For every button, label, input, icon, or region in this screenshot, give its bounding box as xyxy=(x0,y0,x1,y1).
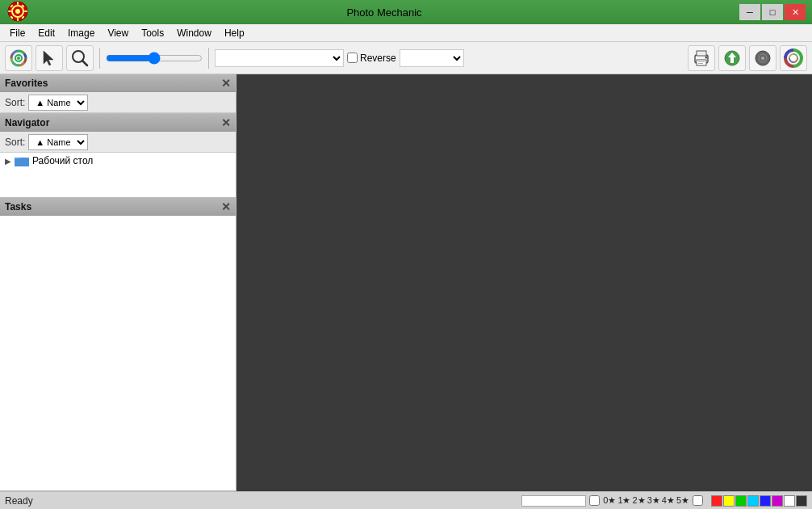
zoom-slider[interactable] xyxy=(106,52,203,65)
favorites-header: Favorites ✕ xyxy=(0,74,236,92)
swatch-cyan[interactable] xyxy=(747,495,759,507)
navigator-close-button[interactable]: ✕ xyxy=(221,117,231,128)
svg-rect-4 xyxy=(17,18,19,21)
navigator-content: ▶ Рабочий стол xyxy=(0,153,236,197)
slider-area xyxy=(106,52,203,65)
rating-1[interactable]: 1★ xyxy=(617,495,630,506)
svg-point-2 xyxy=(15,9,20,14)
menu-tools[interactable]: Tools xyxy=(135,26,170,40)
rating-5[interactable]: 5★ xyxy=(676,495,689,506)
menu-edit[interactable]: Edit xyxy=(31,26,61,40)
left-panel: Favorites ✕ Sort: ▲ Name ▼ Name Date Siz… xyxy=(0,74,236,491)
rating-area: 0★ 1★ 2★ 3★ 4★ 5★ xyxy=(603,495,689,506)
menu-window[interactable]: Window xyxy=(170,26,218,40)
svg-point-26 xyxy=(705,56,708,58)
navigator-title: Navigator xyxy=(5,117,49,128)
navigator-sort-label: Sort: xyxy=(5,137,25,148)
filter-dropdown[interactable] xyxy=(215,49,344,67)
tasks-section: Tasks ✕ xyxy=(0,198,236,491)
cursor-tool-button[interactable] xyxy=(36,45,63,71)
status-ready-text: Ready xyxy=(5,495,33,507)
tasks-title: Tasks xyxy=(5,201,31,212)
rating-0[interactable]: 0★ xyxy=(603,495,616,506)
progress-bar xyxy=(521,495,586,507)
favorites-sort-dropdown[interactable]: ▲ Name ▼ Name Date Size xyxy=(28,95,88,111)
maximize-button[interactable]: □ xyxy=(762,4,783,20)
minimize-button[interactable]: ─ xyxy=(739,4,760,20)
rating-filter-checkbox[interactable] xyxy=(589,495,600,506)
color-wheel-button[interactable] xyxy=(780,45,807,71)
reverse-checkbox[interactable] xyxy=(347,53,358,63)
svg-rect-16 xyxy=(10,57,13,58)
svg-rect-35 xyxy=(15,159,29,166)
menu-view[interactable]: View xyxy=(101,26,135,40)
navigator-item-label: Рабочий стол xyxy=(32,155,93,166)
title-bar: Photo Mechanic ─ □ ✕ xyxy=(0,0,812,24)
color-filter-checkbox[interactable] xyxy=(693,495,703,506)
menu-help[interactable]: Help xyxy=(218,26,251,40)
svg-rect-17 xyxy=(25,57,27,58)
folder-icon xyxy=(15,155,29,166)
main-content xyxy=(236,74,812,491)
rating-2[interactable]: 2★ xyxy=(633,495,646,506)
rating-3[interactable]: 3★ xyxy=(647,495,660,506)
svg-rect-15 xyxy=(19,64,19,66)
tasks-content xyxy=(0,216,236,490)
favorites-close-button[interactable]: ✕ xyxy=(221,78,231,89)
swatch-green[interactable] xyxy=(735,495,747,507)
menu-bar: File Edit Image View Tools Window Help xyxy=(0,24,812,42)
swatch-yellow[interactable] xyxy=(723,495,735,507)
swatch-white[interactable] xyxy=(784,495,795,507)
swatch-red[interactable] xyxy=(711,495,722,507)
svg-point-13 xyxy=(17,57,20,60)
view-dropdown[interactable] xyxy=(400,49,464,67)
favorites-sort-bar: Sort: ▲ Name ▼ Name Date Size xyxy=(0,92,236,113)
svg-rect-14 xyxy=(19,50,19,53)
toolbar-sep-1 xyxy=(99,48,100,69)
rating-4[interactable]: 4★ xyxy=(662,495,675,506)
navigator-section: Navigator ✕ Sort: ▲ Name ▼ Name Date Siz… xyxy=(0,114,236,198)
navigator-sort-bar: Sort: ▲ Name ▼ Name Date Size xyxy=(0,132,236,153)
favorites-title: Favorites xyxy=(5,78,48,89)
svg-rect-5 xyxy=(8,11,11,12)
disc-button[interactable] xyxy=(749,45,776,71)
navigator-sort-dropdown[interactable]: ▲ Name ▼ Name Date Size xyxy=(28,134,88,150)
status-right-area: 0★ 1★ 2★ 3★ 4★ 5★ xyxy=(521,495,807,507)
settings-button[interactable] xyxy=(5,45,32,71)
magnifier-tool-button[interactable] xyxy=(66,45,94,71)
upload-button[interactable] xyxy=(718,45,746,71)
navigator-item-desktop[interactable]: ▶ Рабочий стол xyxy=(0,153,236,169)
color-swatches xyxy=(711,495,807,507)
window-title: Photo Mechanic xyxy=(29,6,739,19)
print-button[interactable] xyxy=(688,45,715,71)
navigator-header: Navigator ✕ xyxy=(0,114,236,132)
app-icon xyxy=(6,0,29,25)
svg-line-20 xyxy=(82,61,87,65)
swatch-black[interactable] xyxy=(796,495,807,507)
toolbar: Reverse xyxy=(0,42,812,74)
reverse-check-area: Reverse xyxy=(347,53,396,64)
status-bar: Ready 0★ 1★ 2★ 3★ 4★ 5★ xyxy=(0,491,812,509)
menu-image[interactable]: Image xyxy=(61,26,101,40)
swatch-purple[interactable] xyxy=(772,495,783,507)
svg-rect-23 xyxy=(697,60,706,65)
tasks-header: Tasks ✕ xyxy=(0,198,236,216)
window-controls: ─ □ ✕ xyxy=(739,4,806,20)
svg-rect-3 xyxy=(17,2,19,5)
svg-marker-18 xyxy=(44,51,53,65)
tasks-close-button[interactable]: ✕ xyxy=(221,201,231,212)
reverse-label: Reverse xyxy=(360,53,396,64)
svg-rect-22 xyxy=(697,51,706,56)
close-button[interactable]: ✕ xyxy=(785,4,806,20)
expand-arrow[interactable]: ▶ xyxy=(5,157,11,166)
svg-rect-25 xyxy=(698,63,703,64)
swatch-blue[interactable] xyxy=(760,495,771,507)
svg-rect-24 xyxy=(698,61,705,62)
main-layout: Favorites ✕ Sort: ▲ Name ▼ Name Date Siz… xyxy=(0,74,812,491)
toolbar-sep-2 xyxy=(208,48,209,69)
menu-file[interactable]: File xyxy=(3,26,31,40)
svg-point-31 xyxy=(761,57,764,60)
svg-rect-6 xyxy=(24,11,27,12)
favorites-sort-label: Sort: xyxy=(5,97,25,108)
favorites-section: Favorites ✕ Sort: ▲ Name ▼ Name Date Siz… xyxy=(0,74,236,114)
